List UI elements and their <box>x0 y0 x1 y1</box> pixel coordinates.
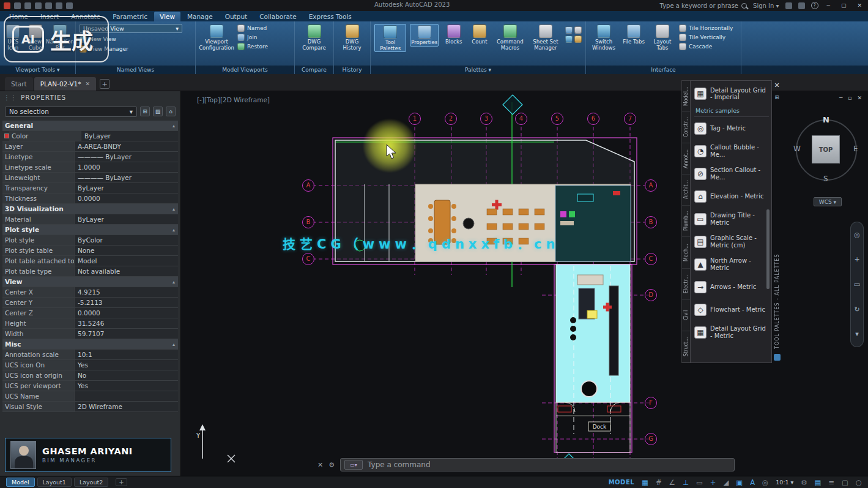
ribbon-tab[interactable]: Collaborate <box>254 12 302 21</box>
palette-group-tab[interactable]: Mech... <box>682 238 690 269</box>
status-toggle-icon[interactable]: ▭ <box>696 478 703 487</box>
palette-item[interactable]: ◎ Tag - Metric <box>694 117 769 140</box>
property-row[interactable]: UCS Name <box>2 391 178 402</box>
property-row[interactable]: Center X 4.9215 <box>2 287 178 298</box>
tab-close-icon[interactable]: ✕ <box>86 81 91 87</box>
status-toggle-icon[interactable]: ▤ <box>815 478 822 487</box>
help-icon[interactable]: ? <box>811 2 818 9</box>
palette-group-tab[interactable]: Constr... <box>682 112 690 143</box>
annotation-scale-control[interactable]: 10:1 ▾ <box>776 479 793 486</box>
property-row[interactable]: Annotation scale 10:1 <box>2 350 178 360</box>
layout-tabs-button[interactable]: Layout Tabs <box>650 24 675 51</box>
palette-item[interactable]: ⊘ Section Callout - Me... <box>694 162 769 185</box>
palette-item[interactable]: ▲ North Arrow - Metric <box>694 253 769 276</box>
ribbon-tab[interactable]: Output <box>220 12 253 21</box>
ribbon-tab[interactable]: Parametric <box>107 12 153 21</box>
viewport-label[interactable]: [-][Top][2D Wireframe] <box>197 96 270 103</box>
sign-in-button[interactable]: Sign In ▾ <box>753 2 779 9</box>
property-value[interactable]: 4.9215 <box>75 287 178 297</box>
compass-east-label[interactable]: E <box>853 145 858 153</box>
ribbon-tab[interactable]: View <box>154 12 180 21</box>
pan-icon[interactable]: + <box>854 255 859 263</box>
palette-scrollbar[interactable] <box>766 209 770 289</box>
palette-item[interactable]: ⌂ Elevation - Metric <box>694 185 769 208</box>
property-value[interactable]: 59.7107 <box>75 329 178 339</box>
print-icon[interactable] <box>45 2 52 9</box>
app-store-icon[interactable] <box>785 2 792 9</box>
sheet-set-manager-button[interactable]: Sheet Set Manager <box>530 24 562 51</box>
status-toggle-icon[interactable]: ≡ <box>828 478 834 487</box>
property-value[interactable]: ByLayer <box>81 131 178 141</box>
property-row[interactable]: Plot style ByColor <box>2 235 178 246</box>
drawing-close-button[interactable]: ✕ <box>857 95 862 101</box>
property-row[interactable]: View <box>2 277 178 287</box>
ribbon-tab[interactable]: Express Tools <box>303 12 357 21</box>
palette-group-tab[interactable]: Struct... <box>682 331 690 362</box>
property-row[interactable]: 3D Visualization <box>2 204 178 214</box>
compass-west-label[interactable]: W <box>793 145 801 153</box>
mini-palette-icon[interactable] <box>574 26 582 34</box>
panel-label-compare[interactable]: Compare <box>295 66 333 74</box>
open-file-icon[interactable] <box>24 2 31 9</box>
property-row[interactable]: Plot table type Not available <box>2 266 178 277</box>
palette-grip-icon[interactable]: ⋮⋮ <box>4 94 17 101</box>
property-row[interactable]: Lineweight ———— ByLayer <box>2 173 178 183</box>
window-close-button[interactable]: ✕ <box>855 2 864 9</box>
selection-combo[interactable]: No selection ▾ <box>5 107 137 117</box>
palette-item[interactable]: ◔ Callout Bubble - Me... <box>694 140 769 162</box>
mini-palette-icon[interactable] <box>574 36 582 43</box>
panel-label-viewport-tools[interactable]: Viewport Tools ▾ <box>0 66 75 74</box>
compass-north-label[interactable]: N <box>823 115 829 124</box>
blocks-button[interactable]: Blocks <box>442 24 465 45</box>
status-toggle-icon[interactable]: ▦ <box>642 478 648 487</box>
palette-group-tab[interactable]: Annot... <box>682 143 690 175</box>
property-row[interactable]: Plot table attached to Model <box>2 256 178 266</box>
steering-wheel-icon[interactable]: ◎ <box>854 231 860 239</box>
dwg-history-button[interactable]: DWG History <box>338 24 366 51</box>
add-layout-button[interactable]: + <box>116 478 127 486</box>
mini-palette-icon[interactable] <box>565 26 573 34</box>
viewport-configuration-button[interactable]: Viewport Configuration <box>199 24 234 51</box>
property-value[interactable]: Not available <box>75 266 178 276</box>
palette-item[interactable]: ▭ Drawing Title - Metric <box>694 208 769 230</box>
restore-viewports-button[interactable]: Restore <box>237 43 268 50</box>
layout-tab[interactable]: Layout2 <box>74 478 108 487</box>
palette-close-icon[interactable]: ✕ <box>774 81 779 89</box>
command-macros-button[interactable]: Command Macros <box>494 24 526 51</box>
zoom-extents-icon[interactable]: ▭ <box>854 280 860 288</box>
tile-horizontally-button[interactable]: Tile Horizontally <box>679 24 733 32</box>
layout-tab[interactable]: Model <box>6 478 35 487</box>
property-row[interactable]: UCS per viewport Yes <box>2 381 178 391</box>
command-input[interactable]: ▭▾ Type a command <box>340 458 735 471</box>
property-row[interactable]: Linetype ———— ByLayer <box>2 152 178 162</box>
panel-label-palettes[interactable]: Palettes ▾ <box>371 66 585 74</box>
status-toggle-icon[interactable]: ⊥ <box>683 478 689 487</box>
property-value[interactable]: ———— ByLayer <box>75 152 178 162</box>
properties-header[interactable]: ⋮⋮ PROPERTIES <box>0 91 180 103</box>
palette-item[interactable]: ▦ Detail Layout Grid - Metric <box>694 321 769 343</box>
palette-item[interactable]: ▤ Graphic Scale - Metric (cm) <box>694 230 769 253</box>
property-value[interactable]: 31.5246 <box>75 318 178 328</box>
property-value[interactable]: 10:1 <box>75 350 178 359</box>
status-toggle-icon[interactable]: # <box>656 478 662 487</box>
dwg-compare-button[interactable]: DWG Compare <box>299 24 330 51</box>
undo-icon[interactable] <box>56 2 62 9</box>
property-row[interactable]: Linetype scale 1.0000 <box>2 162 178 173</box>
status-toggle-icon[interactable]: ▣ <box>736 478 743 487</box>
status-toggle-icon[interactable]: + <box>710 478 716 487</box>
model-space-indicator[interactable]: MODEL <box>609 479 634 486</box>
palette-group-tab[interactable]: Archit... <box>682 175 690 206</box>
tool-palettes-button[interactable]: Tool Palettes <box>374 24 406 52</box>
palette-group-tab[interactable]: Electr... <box>682 269 690 300</box>
property-row[interactable]: General <box>2 121 178 131</box>
command-options-icon[interactable]: ▭▾ <box>344 460 363 470</box>
status-toggle-icon[interactable]: ○ <box>856 478 862 487</box>
cascade-button[interactable]: Cascade <box>679 43 733 50</box>
property-value[interactable]: ByLayer <box>75 183 178 193</box>
property-value[interactable] <box>75 391 178 401</box>
named-viewports-button[interactable]: Named <box>237 24 268 32</box>
property-row[interactable]: UCS icon at origin No <box>2 370 178 381</box>
window-maximize-button[interactable]: ▢ <box>839 2 849 9</box>
property-value[interactable]: No <box>75 370 178 380</box>
property-value[interactable]: 0.0000 <box>75 308 178 318</box>
